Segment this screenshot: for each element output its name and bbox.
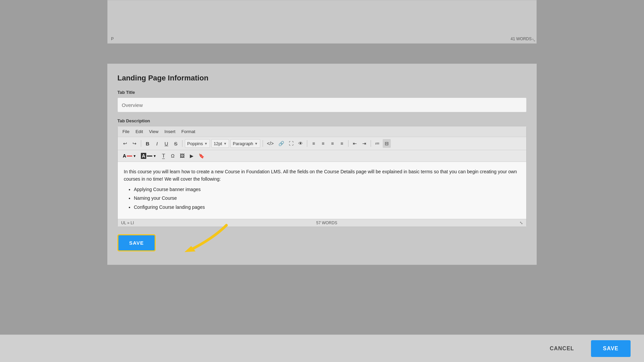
clear-format-button[interactable]: T̲	[159, 152, 167, 160]
toolbar-sep-5	[348, 140, 348, 147]
top-editor-wordcount: 41 WORDS	[511, 37, 532, 41]
italic-button[interactable]: I	[153, 139, 161, 148]
highlight-icon: A	[141, 153, 146, 159]
font-color-chevron: ▼	[133, 154, 136, 158]
font-color-icon: A	[123, 153, 126, 159]
cancel-button[interactable]: CANCEL	[540, 340, 584, 357]
special-char-button[interactable]: Ω	[169, 152, 177, 160]
editor-toolbar-row1: ↩ ↪ B I U S Poppins ▼ 12pt ▼ Paragraph	[118, 137, 526, 150]
save-button-main[interactable]: SAVE	[117, 234, 156, 251]
block-style-dropdown[interactable]: Paragraph ▼	[230, 139, 260, 148]
section-title: Landing Page Information	[117, 74, 527, 82]
menu-file[interactable]: File	[122, 129, 129, 134]
svg-marker-0	[184, 246, 196, 252]
bold-button[interactable]: B	[144, 139, 152, 148]
menu-insert[interactable]: Insert	[164, 129, 175, 134]
tab-title-input[interactable]	[117, 98, 527, 112]
block-style-chevron: ▼	[255, 142, 258, 145]
menu-view[interactable]: View	[149, 129, 158, 134]
font-size-dropdown[interactable]: 12pt ▼	[211, 139, 229, 148]
ordered-list-button[interactable]: ≔	[373, 139, 381, 148]
resize-handle[interactable]: ⤡	[532, 37, 536, 43]
highlight-chevron: ▼	[153, 154, 156, 158]
preview-button[interactable]: 👁	[297, 139, 305, 148]
strikethrough-button[interactable]: S	[172, 139, 180, 148]
highlight-underline	[147, 156, 152, 157]
align-center-button[interactable]: ≡	[319, 139, 327, 148]
block-style-value: Paragraph	[233, 141, 253, 146]
bullet-item-3: Configuring Course landing pages	[134, 203, 520, 211]
redo-button[interactable]: ↪	[130, 139, 139, 148]
editor-toolbar-row2: A ▼ A ▼ T̲ Ω 🖼 ▶ 🔖	[118, 150, 526, 162]
font-family-chevron: ▼	[204, 142, 208, 145]
editor-bullet-list: Applying Course banner images Naming you…	[134, 186, 520, 211]
align-justify-button[interactable]: ≡	[338, 139, 346, 148]
font-color-underline	[127, 156, 132, 157]
bookmark-button[interactable]: 🔖	[197, 152, 206, 160]
indent-increase-button[interactable]: ⇥	[360, 139, 368, 148]
arrow-annotation	[159, 222, 233, 255]
content-save-area: SAVE	[107, 227, 537, 265]
font-size-value: 12pt	[214, 141, 222, 146]
highlight-color-button[interactable]: A ▼	[139, 152, 158, 160]
editor-word-count: 57 WORDS	[316, 221, 337, 225]
editor-resize-handle[interactable]: ⤡	[520, 221, 523, 225]
align-right-button[interactable]: ≡	[328, 139, 336, 148]
font-family-dropdown[interactable]: Poppins ▼	[185, 139, 210, 148]
editor-paragraph: In this course you will learn how to cre…	[124, 168, 520, 183]
editor-content-area[interactable]: In this course you will learn how to cre…	[118, 162, 526, 219]
fullscreen-button[interactable]: ⛶	[287, 139, 295, 148]
insert-video-button[interactable]: ▶	[187, 152, 196, 160]
menu-edit[interactable]: Edit	[136, 129, 143, 134]
toolbar-sep-6	[371, 140, 371, 147]
rich-text-editor: File Edit View Insert Format ↩ ↪ B I U S…	[117, 126, 527, 227]
bottom-action-bar: CANCEL SAVE	[0, 335, 644, 362]
underline-button[interactable]: U	[162, 139, 170, 148]
unordered-list-button[interactable]: ⊟	[383, 139, 391, 148]
font-family-value: Poppins	[187, 141, 203, 146]
bullet-item-2: Naming your Course	[134, 194, 520, 202]
link-button[interactable]: 🔗	[277, 139, 286, 148]
tab-title-label: Tab Title	[117, 90, 527, 95]
font-size-chevron: ▼	[223, 142, 227, 145]
menu-format[interactable]: Format	[181, 129, 195, 134]
toolbar-sep-3	[263, 140, 263, 147]
top-editor-area: P 41 WORDS ⤡	[107, 0, 537, 44]
indent-decrease-button[interactable]: ⇤	[351, 139, 359, 148]
save-button-bottom[interactable]: SAVE	[591, 340, 631, 357]
top-editor-status: P	[111, 37, 114, 41]
landing-page-section: Landing Page Information Tab Title Tab D…	[107, 64, 537, 227]
bullet-item-1: Applying Course banner images	[134, 186, 520, 193]
code-button[interactable]: </>	[265, 139, 275, 148]
undo-button[interactable]: ↩	[121, 139, 129, 148]
editor-footer: UL » LI 57 WORDS ⤡	[118, 219, 526, 227]
editor-breadcrumb: UL » LI	[121, 221, 134, 225]
toolbar-sep-4	[307, 140, 307, 147]
editor-menubar: File Edit View Insert Format	[118, 126, 526, 137]
page-wrapper: P 41 WORDS ⤡ Landing Page Information Ta…	[0, 0, 644, 362]
insert-image-button[interactable]: 🖼	[178, 152, 186, 160]
toolbar-sep-1	[141, 140, 141, 147]
toolbar-sep-2	[182, 140, 182, 147]
tab-desc-label: Tab Description	[117, 118, 527, 123]
align-left-button[interactable]: ≡	[310, 139, 318, 148]
font-color-button[interactable]: A ▼	[121, 152, 138, 160]
